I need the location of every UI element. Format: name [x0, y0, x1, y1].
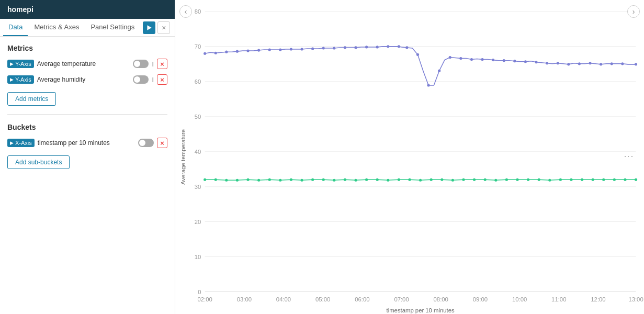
- svg-point-57: [470, 58, 473, 61]
- svg-point-95: [440, 178, 443, 181]
- svg-point-85: [333, 179, 335, 182]
- y-axis-label: Average temperature: [180, 129, 186, 185]
- svg-point-69: [600, 63, 602, 65]
- tabs-bar: Data Metrics & Axes Panel Settings ×: [0, 19, 175, 37]
- svg-text:70: 70: [195, 43, 201, 50]
- svg-point-53: [427, 84, 430, 86]
- x-badge-label-1: X-Axis: [15, 140, 32, 146]
- chart-svg: Average temperature 80 70 60 50 40 30 20…: [175, 0, 644, 314]
- svg-point-88: [365, 178, 368, 181]
- svg-point-58: [481, 58, 483, 61]
- svg-point-46: [354, 46, 357, 49]
- x-axis-badge-1[interactable]: ▶ X-Axis: [7, 139, 35, 147]
- badge-arrow-2: ▶: [10, 77, 14, 82]
- svg-point-35: [236, 50, 239, 53]
- metric-row-2: ▶ Y-Axis Average humidity I ×: [7, 74, 167, 85]
- metrics-title: Metrics: [7, 44, 167, 52]
- svg-point-100: [494, 179, 497, 182]
- metric-toggle-2[interactable]: [133, 75, 149, 84]
- add-sub-buckets-button[interactable]: Add sub-buckets: [7, 155, 70, 169]
- play-button[interactable]: [143, 21, 155, 34]
- svg-point-98: [473, 178, 476, 181]
- svg-text:02:00: 02:00: [197, 296, 212, 302]
- svg-text:30: 30: [195, 184, 201, 190]
- badge-label-2: Y-Axis: [15, 76, 31, 83]
- svg-point-101: [505, 178, 508, 181]
- bucket-remove-1[interactable]: ×: [157, 138, 167, 148]
- metric-info-1[interactable]: I: [152, 60, 154, 68]
- temperature-line: [205, 47, 636, 85]
- svg-point-65: [557, 62, 559, 64]
- svg-text:60: 60: [195, 78, 201, 85]
- svg-point-38: [268, 48, 271, 51]
- metric-info-2[interactable]: I: [152, 76, 154, 84]
- svg-point-47: [365, 46, 368, 48]
- svg-point-78: [257, 179, 260, 182]
- badge-arrow-1: ▶: [10, 61, 14, 66]
- svg-point-36: [246, 50, 249, 52]
- svg-text:50: 50: [195, 114, 201, 120]
- svg-point-112: [624, 178, 626, 181]
- svg-marker-0: [148, 25, 152, 30]
- metric-remove-1[interactable]: ×: [157, 59, 167, 69]
- svg-point-43: [322, 47, 325, 49]
- svg-point-55: [449, 56, 451, 59]
- svg-point-72: [635, 63, 637, 65]
- svg-point-67: [578, 62, 581, 65]
- badge-label-1: Y-Axis: [15, 61, 31, 67]
- svg-text:10: 10: [195, 254, 201, 260]
- metric-toggle-1[interactable]: [133, 60, 149, 68]
- svg-point-59: [492, 59, 494, 61]
- svg-text:06:00: 06:00: [355, 296, 369, 302]
- y-axis-badge-1[interactable]: ▶ Y-Axis: [7, 60, 34, 68]
- dots-menu[interactable]: ⋮: [623, 152, 635, 162]
- svg-text:05:00: 05:00: [315, 296, 330, 302]
- svg-point-97: [462, 178, 465, 181]
- svg-point-90: [387, 179, 389, 182]
- svg-point-33: [214, 52, 217, 54]
- svg-point-107: [570, 178, 572, 181]
- humidity-dots: [204, 178, 637, 182]
- svg-point-62: [524, 60, 527, 63]
- chart-nav-left[interactable]: ‹: [179, 5, 192, 18]
- svg-point-82: [300, 179, 303, 182]
- svg-point-79: [268, 178, 271, 181]
- svg-text:timestamp per 10 minutes: timestamp per 10 minutes: [387, 307, 455, 313]
- svg-point-91: [398, 178, 400, 181]
- svg-text:11:00: 11:00: [551, 296, 566, 302]
- tab-panel-settings[interactable]: Panel Settings: [85, 19, 140, 36]
- svg-point-54: [438, 70, 440, 72]
- svg-point-74: [214, 178, 217, 181]
- svg-text:13:00: 13:00: [628, 296, 643, 302]
- bucket-toggle-1[interactable]: [138, 139, 154, 147]
- svg-point-96: [451, 179, 454, 182]
- svg-point-37: [257, 49, 260, 52]
- close-button[interactable]: ×: [157, 21, 170, 34]
- svg-text:20: 20: [195, 219, 201, 225]
- metric-remove-2[interactable]: ×: [157, 74, 167, 85]
- svg-point-50: [398, 45, 400, 48]
- add-metrics-button[interactable]: Add metrics: [7, 92, 56, 106]
- svg-text:07:00: 07:00: [394, 296, 409, 302]
- tab-data[interactable]: Data: [3, 19, 28, 36]
- tab-metrics-axes[interactable]: Metrics & Axes: [29, 19, 84, 36]
- svg-point-94: [430, 178, 433, 181]
- svg-point-105: [548, 179, 551, 182]
- svg-point-60: [503, 59, 505, 62]
- svg-point-108: [581, 178, 583, 181]
- sidebar-content: Metrics ▶ Y-Axis Average temperature I ×…: [0, 37, 175, 314]
- svg-point-51: [405, 46, 408, 49]
- chart-area: ‹ › ⋮ Average temperature 80 70 60 50 40…: [175, 0, 644, 314]
- svg-point-49: [387, 45, 389, 48]
- svg-point-113: [635, 178, 637, 181]
- svg-point-56: [459, 57, 462, 60]
- svg-point-40: [290, 48, 292, 50]
- svg-point-42: [311, 47, 314, 50]
- y-axis-badge-2[interactable]: ▶ Y-Axis: [7, 75, 34, 84]
- svg-text:40: 40: [195, 149, 201, 155]
- svg-point-92: [408, 178, 411, 181]
- sidebar: homepi Data Metrics & Axes Panel Setting…: [0, 0, 175, 314]
- temperature-dots: [204, 45, 637, 86]
- svg-text:80: 80: [195, 8, 201, 15]
- chart-nav-right[interactable]: ›: [627, 5, 640, 18]
